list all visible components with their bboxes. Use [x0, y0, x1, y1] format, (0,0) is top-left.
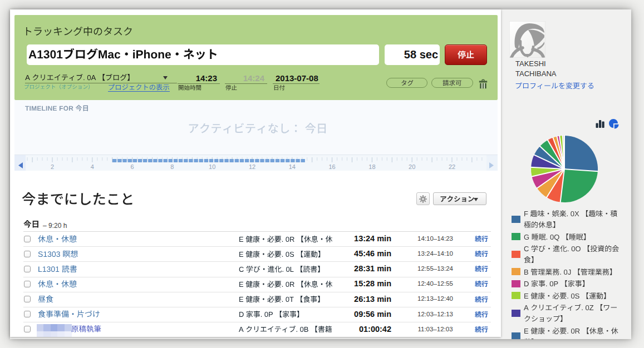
svg-text:4: 4: [91, 163, 94, 170]
svg-text:6: 6: [131, 163, 134, 170]
svg-text:14: 14: [289, 163, 296, 170]
svg-text:8: 8: [170, 163, 174, 170]
svg-text:12: 12: [249, 163, 255, 170]
svg-text:18: 18: [368, 163, 375, 170]
svg-text:22: 22: [449, 163, 455, 170]
svg-text:10: 10: [209, 163, 215, 170]
svg-text:20: 20: [409, 163, 415, 170]
svg-text:2: 2: [51, 163, 54, 170]
svg-text:16: 16: [328, 163, 335, 170]
